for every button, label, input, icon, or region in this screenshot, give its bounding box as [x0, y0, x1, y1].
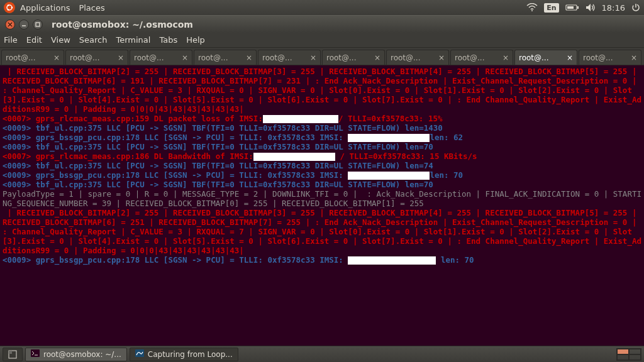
terminal-tab[interactable]: root@...× — [130, 50, 192, 65]
terminal-icon — [31, 349, 40, 359]
redacted-region — [263, 115, 338, 123]
tab-close-icon[interactable]: × — [631, 53, 637, 62]
places-menu[interactable]: Places — [79, 3, 104, 13]
menu-view[interactable]: View — [51, 35, 70, 45]
svg-point-4 — [531, 10, 533, 11]
terminal-line: <0009> tbf_ul.cpp:375 LLC [PCU -> SGSN] … — [3, 180, 641, 189]
terminal-tab[interactable]: root@...× — [194, 50, 257, 65]
tab-close-icon[interactable]: × — [374, 53, 380, 62]
show-desktop-button[interactable] — [3, 348, 23, 361]
taskbar-item-wireshark[interactable]: Capturing from Loop... — [130, 348, 238, 361]
redacted-region — [348, 134, 430, 142]
window-titlebar[interactable]: root@osmobox: ~/.osmocom — [0, 15, 644, 33]
menu-search[interactable]: Search — [79, 35, 108, 45]
top-panel: Applications Places En 18:16 — [0, 0, 644, 15]
svg-point-2 — [8, 4, 9, 6]
terminal-line: <0009> tbf_ul.cpp:375 LLC [PCU -> SGSN] … — [3, 161, 641, 170]
applications-menu[interactable]: Applications — [20, 3, 70, 13]
tab-close-icon[interactable]: × — [438, 53, 445, 62]
window-minimize-button[interactable] — [19, 19, 29, 30]
terminal-line: PayloadType = 1 | spare = 0 | R = 0 | ME… — [3, 189, 641, 208]
terminal-line: <0007> gprs_rlcmac_meas.cpp:159 DL packe… — [3, 114, 641, 123]
terminal-tab[interactable]: root@...× — [322, 50, 385, 65]
terminal-tab[interactable]: root@...× — [1, 50, 64, 65]
redacted-region — [253, 153, 335, 161]
tab-label: root@... — [70, 53, 114, 62]
svg-rect-11 — [36, 23, 40, 26]
terminal-line: <0009> gprs_bssgp_pcu.cpp:178 LLC [SGSN … — [3, 255, 641, 265]
language-indicator[interactable]: En — [544, 3, 558, 13]
terminal-output[interactable]: | RECEIVED_BLOCK_BITMAP[2] = 255 | RECEI… — [0, 65, 644, 346]
window-maximize-button[interactable] — [33, 19, 43, 30]
tab-label: root@... — [198, 53, 242, 62]
terminal-line: <0009> gprs_bssgp_pcu.cpp:178 LLC [SGSN … — [3, 170, 641, 180]
terminal-line: <0009> tbf_ul.cpp:375 LLC [PCU -> SGSN] … — [3, 142, 641, 151]
menu-file[interactable]: File — [4, 35, 18, 45]
tab-close-icon[interactable]: × — [502, 53, 509, 62]
tab-close-icon[interactable]: × — [310, 53, 316, 62]
window-title: root@osmobox: ~/.osmocom — [52, 19, 193, 30]
ubuntu-logo-icon[interactable] — [4, 2, 15, 13]
tab-bar: root@...×root@...×root@...×root@...×root… — [0, 48, 644, 65]
menu-edit[interactable]: Edit — [26, 35, 42, 45]
svg-point-1 — [11, 7, 13, 9]
svg-rect-13 — [9, 351, 12, 354]
clock[interactable]: 18:16 — [602, 3, 625, 13]
terminal-line: <0007> gprs_rlcmac_meas.cpp:186 DL Bandw… — [3, 151, 641, 161]
svg-rect-7 — [567, 6, 574, 9]
power-icon[interactable] — [631, 3, 640, 12]
svg-rect-16 — [135, 349, 144, 357]
tab-label: root@... — [6, 53, 50, 62]
wifi-icon[interactable] — [526, 3, 538, 12]
terminal-tab[interactable]: root@...× — [579, 50, 641, 65]
tab-close-icon[interactable]: × — [246, 53, 252, 62]
window-close-button[interactable] — [5, 19, 15, 30]
taskbar-item-terminal[interactable]: root@osmobox: ~/... — [25, 348, 127, 361]
tab-label: root@... — [134, 53, 178, 62]
menu-terminal[interactable]: Terminal — [116, 35, 150, 45]
tab-label: root@... — [455, 53, 499, 62]
tab-close-icon[interactable]: × — [118, 53, 124, 62]
svg-rect-6 — [577, 6, 579, 9]
tab-label: root@... — [519, 53, 563, 62]
menubar: File Edit View Search Terminal Tabs Help — [0, 33, 644, 48]
redacted-region — [348, 256, 436, 265]
tab-close-icon[interactable]: × — [567, 53, 573, 62]
terminal-line: | RECEIVED_BLOCK_BITMAP[2] = 255 | RECEI… — [3, 67, 641, 114]
redacted-region — [348, 172, 430, 180]
tab-label: root@... — [583, 53, 627, 62]
taskbar-item-label: root@osmobox: ~/... — [43, 350, 121, 359]
terminal-line: | RECEIVED_BLOCK_BITMAP[2] = 255 | RECEI… — [3, 208, 641, 255]
wireshark-icon — [135, 349, 144, 359]
battery-icon[interactable] — [565, 4, 579, 11]
tab-label: root@... — [262, 53, 306, 62]
menu-tabs[interactable]: Tabs — [159, 35, 177, 45]
menu-help[interactable]: Help — [186, 35, 205, 45]
workspace-switcher[interactable] — [616, 348, 641, 361]
terminal-line: <0009> gprs_bssgp_pcu.cpp:178 LLC [SGSN … — [3, 133, 641, 142]
terminal-tab[interactable]: root@...× — [450, 50, 513, 65]
tab-close-icon[interactable]: × — [182, 53, 188, 62]
svg-rect-14 — [31, 349, 40, 357]
terminal-tab[interactable]: root@...× — [258, 50, 321, 65]
terminal-tab[interactable]: root@...× — [65, 50, 128, 65]
terminal-line: <0009> tbf_ul.cpp:375 LLC [PCU -> SGSN] … — [3, 123, 641, 133]
volume-icon[interactable] — [586, 3, 596, 12]
bottom-panel: root@osmobox: ~/... Capturing from Loop.… — [0, 346, 644, 362]
terminal-tab[interactable]: root@...× — [514, 50, 577, 65]
terminal-window: root@osmobox: ~/.osmocom File Edit View … — [0, 15, 644, 346]
svg-point-3 — [8, 9, 9, 11]
taskbar-item-label: Capturing from Loop... — [148, 350, 233, 359]
tab-label: root@... — [391, 53, 435, 62]
terminal-tab[interactable]: root@...× — [386, 50, 449, 65]
tab-close-icon[interactable]: × — [53, 53, 60, 62]
tab-label: root@... — [326, 53, 370, 62]
